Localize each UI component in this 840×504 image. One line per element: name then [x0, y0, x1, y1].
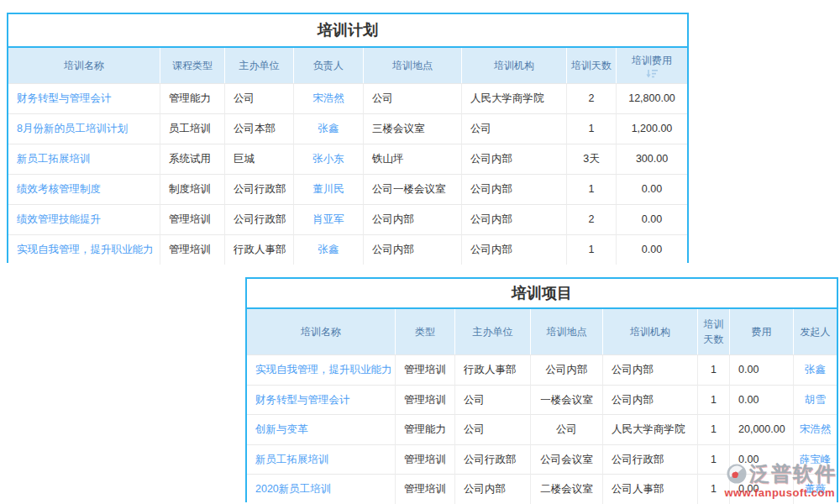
training-plan-header-row: 培训名称课程类型主办单位负责人培训地点培训机构培训天数培训费用	[8, 48, 687, 83]
cell-link[interactable]: 财务转型与管理会计	[247, 385, 395, 415]
cell: 一楼会议室	[530, 385, 602, 415]
cell-link[interactable]: 宋浩然	[793, 414, 837, 444]
training-project-header-row: 培训名称类型主办单位培训地点培训机构培训天数费用发起人	[247, 309, 837, 354]
cell-link[interactable]: 8月份新的员工培训计划	[8, 113, 160, 144]
cell: 公司	[454, 385, 530, 415]
cell-link[interactable]: 实现自我管理，提升职业能力	[247, 354, 395, 385]
cell-link[interactable]: 宋浩然	[293, 83, 363, 113]
cell: 公司行政部	[602, 444, 697, 475]
cell-link[interactable]: 张鑫	[793, 354, 837, 385]
cell-link[interactable]: 新员工拓展培训	[8, 144, 160, 174]
column-header-label: 培训机构	[630, 324, 670, 339]
cell: 系统试用	[160, 144, 224, 174]
cell-link[interactable]: 张小东	[293, 144, 363, 174]
cell-link[interactable]: 创新与变革	[247, 414, 395, 444]
cell: 铁山坪	[363, 144, 461, 174]
column-header: 负责人	[293, 48, 363, 83]
column-header-label: 培训地点	[547, 324, 587, 339]
table-row: 财务转型与管理会计管理培训公司一楼会议室公司内部10.00胡雪	[247, 385, 837, 415]
column-header: 培训天数	[697, 309, 729, 354]
cell: 行政人事部	[224, 234, 293, 265]
cell: 1,200.00	[616, 113, 687, 144]
cell: 行政人事部	[454, 354, 530, 385]
cell-link[interactable]: 董薇	[793, 474, 837, 504]
cell: 管理培训	[160, 234, 224, 265]
cell: 0.00	[616, 174, 687, 204]
cell: 公司	[461, 113, 566, 144]
cell: 0.00	[616, 204, 687, 234]
column-header: 培训地点	[363, 48, 461, 83]
cell-link[interactable]: 张鑫	[293, 113, 363, 144]
cell: 1	[566, 234, 616, 265]
cell: 公司	[530, 414, 602, 444]
cell-link[interactable]: 绩效管理技能提升	[8, 204, 160, 234]
cell: 公司	[224, 83, 293, 113]
training-project-body: 实现自我管理，提升职业能力管理培训行政人事部公司内部公司内部10.00张鑫财务转…	[247, 354, 837, 504]
table-row: 新员工拓展培训管理培训公司行政部公司会议室公司行政部10.00薛宝峰	[247, 444, 837, 475]
column-header: 主办单位	[224, 48, 293, 83]
cell-link[interactable]: 薛宝峰	[793, 444, 837, 475]
table-row: 8月份新的员工培训计划员工培训公司本部张鑫三楼会议室公司11,200.00	[8, 113, 687, 144]
column-header: 培训天数	[566, 48, 616, 83]
cell-link[interactable]: 实现自我管理，提升职业能力	[8, 234, 160, 265]
column-header: 培训名称	[247, 309, 395, 354]
cell: 公司内部	[461, 234, 566, 265]
training-plan-title: 培训计划	[8, 14, 687, 48]
cell: 制度培训	[160, 174, 224, 204]
cell: 人民大学商学院	[602, 414, 697, 444]
cell-link[interactable]: 财务转型与管理会计	[8, 83, 160, 113]
cell: 公司本部	[224, 113, 293, 144]
cell: 1	[566, 174, 616, 204]
column-header: 发起人	[793, 309, 837, 354]
cell: 管理培训	[160, 204, 224, 234]
table-row: 实现自我管理，提升职业能力管理培训行政人事部张鑫公司内部公司内部10.00	[8, 234, 687, 265]
cell: 公司内部	[530, 354, 602, 385]
cell: 人民大学商学院	[461, 83, 566, 113]
cell: 300.00	[616, 144, 687, 174]
cell-link[interactable]: 胡雪	[793, 385, 837, 415]
cell: 公司一楼会议室	[363, 174, 461, 204]
cell-link[interactable]: 新员工拓展培训	[247, 444, 395, 475]
column-header-label: 培训费用	[632, 53, 672, 68]
column-header: 课程类型	[160, 48, 224, 83]
cell: 0.00	[616, 234, 687, 265]
training-project-title: 培训项目	[247, 279, 837, 309]
cell: 公司内部	[363, 204, 461, 234]
column-header[interactable]: 培训费用	[616, 48, 687, 83]
column-header: 培训机构	[461, 48, 566, 83]
column-header-label: 发起人	[801, 324, 831, 339]
column-header-label: 培训天数	[701, 317, 726, 347]
training-plan-table: 培训计划 培训名称课程类型主办单位负责人培训地点培训机构培训天数培训费用 财务转…	[7, 13, 689, 263]
cell: 管理培训	[395, 354, 454, 385]
cell: 公司内部	[461, 144, 566, 174]
cell: 1	[697, 354, 729, 385]
column-header-label: 培训地点	[392, 58, 433, 73]
cell: 3天	[566, 144, 616, 174]
cell: 公司行政部	[454, 444, 530, 475]
column-header-label: 负责人	[313, 58, 344, 73]
column-header-label: 培训机构	[494, 58, 534, 73]
cell: 公司内部	[602, 385, 697, 415]
cell: 员工培训	[160, 113, 224, 144]
cell: 管理能力	[395, 414, 454, 444]
cell: 巨城	[224, 144, 293, 174]
cell: 公司	[363, 83, 461, 113]
column-header: 培训名称	[8, 48, 160, 83]
cell: 1	[697, 414, 729, 444]
table-row: 绩效考核管理制度制度培训公司行政部董川民公司一楼会议室公司内部10.00	[8, 174, 687, 204]
column-header-label: 培训名称	[64, 58, 104, 73]
cell-link[interactable]: 2020新员工培训	[247, 474, 395, 504]
cell-link[interactable]: 张鑫	[293, 234, 363, 265]
cell: 12,800.00	[616, 83, 687, 113]
table-row: 2020新员工培训管理培训公司内部二楼会议室公司人事部10.00董薇	[247, 474, 837, 504]
cell: 公司会议室	[530, 444, 602, 475]
cell-link[interactable]: 董川民	[293, 174, 363, 204]
cell: 管理培训	[395, 385, 454, 415]
table-row: 新员工拓展培训系统试用巨城张小东铁山坪公司内部3天300.00	[8, 144, 687, 174]
cell-link[interactable]: 绩效考核管理制度	[8, 174, 160, 204]
cell: 管理培训	[395, 474, 454, 504]
cell: 公司行政部	[224, 204, 293, 234]
sort-descending-icon[interactable]	[646, 69, 659, 79]
cell-link[interactable]: 肖亚军	[293, 204, 363, 234]
training-plan-body: 财务转型与管理会计管理能力公司宋浩然公司人民大学商学院212,800.008月份…	[8, 83, 687, 265]
